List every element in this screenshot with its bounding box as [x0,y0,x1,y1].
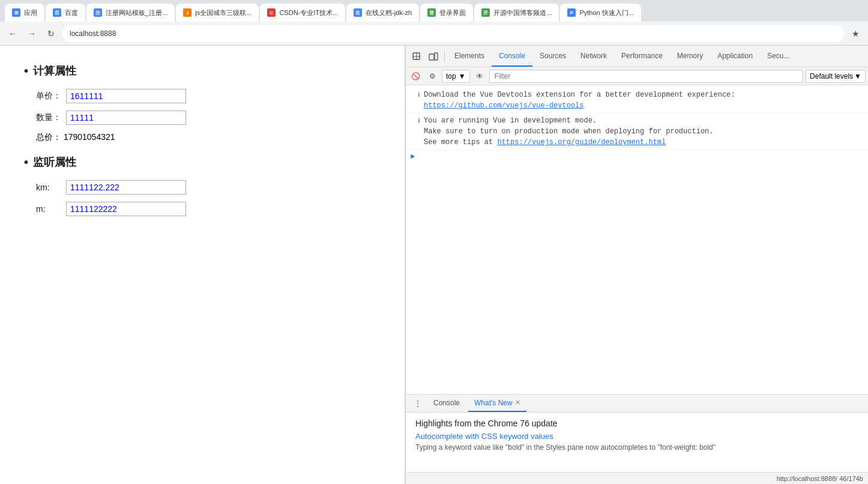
quantity-input[interactable] [66,110,186,125]
m-field-row: m: [24,202,381,216]
forward-button[interactable]: → [24,26,40,41]
watch-section-title: 监听属性 [24,155,381,169]
console-filter-input[interactable] [489,70,803,83]
page-content: 计算属性 单价： 数量： 总价： 17901054321 监听属性 km: [0,46,405,484]
tab-memory[interactable]: Memory [670,46,710,67]
tab-denglu-favicon: 登 [427,8,436,17]
km-field-row: km: [24,180,381,195]
computed-section: 计算属性 单价： 数量： 总价： 17901054321 [24,64,381,143]
whats-new-title: Highlights from the Chrome 76 update [415,419,858,428]
tab-python-label: Python 快速入门... [579,8,633,17]
tab-zxyx-favicon: 在 [354,8,362,17]
tab-performance[interactable]: Performance [614,46,670,67]
total-label: 总价： [36,132,61,142]
drawer-menu-button[interactable]: ⋮ [411,396,425,411]
log-level-dropdown-icon: ▼ [854,72,861,80]
console-msg1-text: Download the Vue Devtools extension for … [424,91,735,99]
log-level-label: Default levels [810,72,853,80]
console-caret-icon: ► [411,153,415,161]
tab-js[interactable]: J js全国城市三级联... [176,4,259,22]
quantity-field-row: 数量： [24,110,381,125]
toolbar-separator [444,50,445,62]
km-label: km: [36,183,66,192]
devtools-bottom-drawer: ⋮ Console What's New ✕ Highlights from t… [406,394,868,472]
tab-csdn[interactable]: C CSDN-专业IT技术... [260,4,345,22]
tab-csdn-favicon: C [267,8,276,17]
devtools-panel: Elements Console Sources Network Perform… [405,46,868,484]
browser-addressbar: ← → ↻ ★ [0,22,868,46]
price-field-row: 单价： [24,89,381,103]
statusbar-url: http://localhost:8888/ 46/174b [777,475,863,482]
km-input[interactable] [66,180,186,195]
tab-denglu-label: 登录界面 [439,8,466,17]
computed-section-title: 计算属性 [24,64,381,78]
m-label: m: [36,204,66,214]
tab-apps-label: 应用 [24,8,37,17]
context-selector[interactable]: top ▼ [442,70,470,83]
tab-baidu-label: 百度 [65,8,78,17]
total-value: 17901054321 [64,132,115,142]
tab-zxyx-label: 在线义档-jdk-zh [366,8,412,17]
bottom-tab-console[interactable]: Console [427,395,466,412]
bookmark-button[interactable]: ★ [848,26,863,41]
tab-reg-label: 注册网站模板_注册... [106,8,167,17]
browser-tabs: ⊞ 应用 百 百度 注 注册网站模板_注册... J js全国城市三级联... … [0,0,868,22]
svg-rect-4 [435,53,438,60]
tab-denglu[interactable]: 登 登录界面 [420,4,473,22]
watch-expressions-button[interactable]: 👁 [472,69,487,83]
tab-kaiyu-favicon: 开 [481,8,490,17]
whats-new-autocomplete-desc: Typing a keyword value like "bold" in th… [415,443,858,452]
whats-new-close-icon[interactable]: ✕ [515,399,520,407]
price-label: 单价： [36,91,66,101]
tab-js-label: js全国城市三级联... [195,8,252,17]
bottom-tabs-header: ⋮ Console What's New ✕ [406,395,868,413]
whats-new-autocomplete-link[interactable]: Autocomplete with CSS keyword values [415,432,553,441]
info-icon: ℹ [418,91,420,100]
watch-section: 监听属性 km: m: [24,155,381,216]
console-settings-button[interactable]: ⚙ [425,69,439,83]
tab-apps-favicon: ⊞ [12,8,20,17]
devtools-tabs: Elements Console Sources Network Perform… [447,46,866,67]
console-caret-line: ► [406,150,868,163]
tab-zxyx[interactable]: 在 在线义档-jdk-zh [346,4,419,22]
log-level-selector[interactable]: Default levels ▼ [806,70,866,83]
cursor-icon [412,52,421,61]
tab-application[interactable]: Application [710,46,760,67]
tab-python-favicon: P [567,8,576,17]
device-toggle-button[interactable] [425,48,442,65]
tab-security[interactable]: Secu... [760,46,797,67]
tab-csdn-label: CSDN-专业IT技术... [279,8,338,17]
m-input[interactable] [66,202,186,216]
back-button[interactable]: ← [5,26,20,41]
tab-sources[interactable]: Sources [532,46,573,67]
info-icon-2: ℹ [418,116,420,126]
device-icon [429,52,438,61]
price-input[interactable] [66,89,186,103]
address-bar[interactable] [62,25,844,42]
tab-elements[interactable]: Elements [447,46,492,67]
quantity-label: 数量： [36,112,66,123]
total-row: 总价： 17901054321 [24,132,381,143]
tab-console[interactable]: Console [492,46,532,67]
inspect-element-button[interactable] [408,48,425,65]
context-selector-value: top [446,72,456,80]
console-msg2-link[interactable]: https://vuejs.org/guide/deployment.html [497,138,666,147]
main-layout: 计算属性 单价： 数量： 总价： 17901054321 监听属性 km: [0,46,868,484]
tab-reg[interactable]: 注 注册网站模板_注册... [86,4,175,22]
tab-apps[interactable]: ⊞ 应用 [5,4,44,22]
bottom-tab-whats-new[interactable]: What's New ✕ [468,395,526,412]
bottom-tabs-content: Highlights from the Chrome 76 update Aut… [406,413,868,472]
clear-console-button[interactable]: 🚫 [408,69,423,83]
reload-button[interactable]: ↻ [43,26,59,41]
console-output: ℹ Download the Vue Devtools extension fo… [406,85,868,394]
tab-kaiyu[interactable]: 开 开源中国博客频道... [474,4,559,22]
console-message-2: ℹ You are running Vue in development mod… [406,113,868,150]
tab-network[interactable]: Network [573,46,614,67]
console-message-1: ℹ Download the Vue Devtools extension fo… [406,88,868,113]
tab-python[interactable]: P Python 快速入门... [560,4,640,22]
tab-baidu[interactable]: 百 百度 [46,4,85,22]
console-msg1-link[interactable]: https://github.com/vuejs/vue-devtools [424,101,583,110]
devtools-toolbar: Elements Console Sources Network Perform… [406,46,868,67]
tab-js-favicon: J [183,8,191,17]
tab-kaiyu-label: 开源中国博客频道... [493,8,552,17]
